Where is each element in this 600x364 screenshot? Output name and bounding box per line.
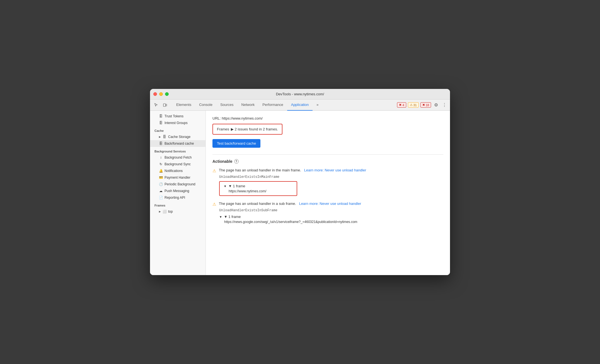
toolbar-tabs: Elements Console Sources Network Perform… (172, 100, 394, 111)
sidebar-item-label: Background Sync (164, 162, 191, 166)
error-badge[interactable]: ✖ 4 (397, 102, 406, 108)
more-icon[interactable]: ⋮ (441, 102, 448, 108)
payment-icon: 💳 (159, 176, 163, 179)
issue-row-1: ⚠ The page has an unload handler in the … (212, 168, 443, 173)
test-bfcache-button[interactable]: Test back/forward cache (212, 139, 260, 148)
issue-item-2: ⚠ The page has an unload handler in a su… (212, 202, 443, 224)
close-button[interactable] (153, 92, 157, 96)
frames-issues-box[interactable]: Frames ▶ 2 issues found in 2 frames. (212, 124, 282, 135)
sidebar-item-label: top (168, 210, 173, 213)
sidebar: 🗄 Trust Tokens 🗄 Interest Groups Cache ▶… (150, 111, 206, 275)
frame-expand-icon[interactable]: ▼ (224, 185, 227, 188)
issue-link-2[interactable]: Learn more: Never use unload handler (299, 202, 361, 206)
issue-code-2: UnloadHandlerExistsInSubFrame (219, 208, 443, 212)
issue-text-2: The page has an unload handler in a sub … (219, 202, 443, 206)
issues-count: 18 (426, 103, 429, 107)
devtools-window: DevTools - www.nytimes.com/ Elements Con… (150, 89, 450, 275)
sidebar-item-bg-fetch[interactable]: ↕ Background Fetch (150, 154, 205, 161)
traffic-lights (153, 92, 169, 96)
sidebar-item-reporting-api[interactable]: 📄 Reporting API (150, 194, 205, 201)
sidebar-item-label: Back/forward cache (164, 142, 194, 145)
frame-row-1: ▼ ▼ 1 frame (224, 184, 293, 188)
sidebar-item-label: Background Fetch (164, 156, 192, 159)
tab-more[interactable]: » (313, 100, 322, 111)
warning-badge[interactable]: ⚠ 31 (408, 102, 419, 108)
issues-badge[interactable]: ✖ 18 (420, 102, 431, 108)
sidebar-section-cache: Cache (150, 126, 205, 134)
fullscreen-button[interactable] (165, 92, 169, 96)
issue-row-2: ⚠ The page has an unload handler in a su… (212, 202, 443, 207)
cursor-icon[interactable] (152, 101, 160, 109)
push-icon: ☁ (159, 189, 163, 193)
toolbar-icons (152, 101, 169, 109)
help-icon[interactable]: ? (234, 159, 239, 164)
settings-icon[interactable]: ⚙ (433, 102, 439, 108)
periodic-icon: 🕐 (159, 182, 163, 186)
tab-elements[interactable]: Elements (172, 100, 195, 111)
minimize-button[interactable] (159, 92, 163, 96)
sidebar-item-interest-groups[interactable]: 🗄 Interest Groups (150, 120, 205, 126)
cache-storage-icon: 🗄 (163, 135, 166, 139)
tab-console[interactable]: Console (195, 100, 216, 111)
sidebar-item-label: Cache Storage (168, 135, 190, 139)
sidebar-item-periodic-bg[interactable]: 🕐 Periodic Background (150, 181, 205, 188)
frame-count-1: ▼ 1 frame (228, 184, 245, 188)
toolbar-right: ✖ 4 ⚠ 31 ✖ 18 ⚙ ⋮ (397, 102, 448, 108)
url-label: URL: (212, 116, 221, 120)
tab-application[interactable]: Application (287, 100, 313, 111)
frame-url-2: https://news.google.com/swg/_/ui/v1/serv… (224, 220, 443, 224)
sidebar-item-label: Notifications (164, 169, 183, 173)
sidebar-item-label: Push Messaging (164, 189, 189, 193)
sidebar-section-frames: Frames (150, 201, 205, 208)
sidebar-item-payment-handler[interactable]: 💳 Payment Handler (150, 174, 205, 181)
frames-issues-text: ▶ 2 issues found in 2 frames. (231, 127, 278, 131)
reporting-icon: 📄 (159, 196, 163, 200)
divider (212, 154, 443, 155)
url-row: URL: https://www.nytimes.com/ (212, 116, 443, 120)
content-area: URL: https://www.nytimes.com/ Frames ▶ 2… (206, 111, 450, 275)
frame-count-2: ▼ 1 frame (224, 215, 241, 219)
frame-expand-icon-2[interactable]: ▼ (219, 215, 222, 219)
database-icon: 🗄 (159, 121, 163, 125)
sidebar-item-bg-sync[interactable]: ↻ Background Sync (150, 161, 205, 168)
warning-circle-icon: ⚠ (212, 168, 216, 173)
actionable-header: Actionable ? (212, 159, 443, 164)
warning-circle-icon-2: ⚠ (212, 202, 216, 207)
titlebar: DevTools - www.nytimes.com/ (150, 89, 450, 100)
frames-box-label: Frames (217, 127, 229, 131)
sidebar-item-bfcache[interactable]: 🗄 Back/forward cache (150, 140, 205, 147)
sidebar-item-label: Reporting API (164, 196, 185, 200)
issue-code-1: UnloadHandlerExistsInMainFrame (219, 175, 443, 179)
bg-sync-icon: ↻ (159, 162, 163, 166)
sidebar-item-top-frame[interactable]: ▶ ⬜ top (150, 208, 205, 215)
error-icon: ✖ (399, 103, 401, 107)
window-title: DevTools - www.nytimes.com/ (276, 92, 324, 96)
sidebar-item-notifications[interactable]: 🔔 Notifications (150, 168, 205, 174)
sidebar-item-label: Trust Tokens (164, 114, 183, 118)
notifications-icon: 🔔 (159, 169, 163, 173)
device-icon[interactable] (161, 101, 169, 109)
sidebar-item-trust-tokens[interactable]: 🗄 Trust Tokens (150, 113, 205, 120)
issue-link-1[interactable]: Learn more: Never use unload handler (304, 168, 366, 172)
expand-frames-arrow-icon: ▶ (159, 210, 161, 213)
sidebar-item-push-messaging[interactable]: ☁ Push Messaging (150, 188, 205, 194)
frame-url-1: https://www.nytimes.com/ (229, 189, 293, 193)
sidebar-item-cache-storage[interactable]: ▶ 🗄 Cache Storage (150, 134, 205, 140)
bfcache-icon: 🗄 (159, 142, 163, 145)
sidebar-item-label: Periodic Background (164, 182, 195, 186)
warning-icon: ⚠ (410, 103, 413, 107)
sidebar-section-background: Background Services (150, 147, 205, 154)
frame-box-1: ▼ ▼ 1 frame https://www.nytimes.com/ (219, 181, 297, 196)
svg-rect-0 (163, 104, 166, 106)
tab-network[interactable]: Network (238, 100, 259, 111)
frame-icon: ⬜ (163, 210, 166, 213)
tab-performance[interactable]: Performance (258, 100, 287, 111)
frame-row-2: ▼ ▼ 1 frame (219, 215, 443, 219)
sidebar-item-label: Interest Groups (164, 121, 188, 125)
database-icon: 🗄 (159, 114, 163, 118)
tab-sources[interactable]: Sources (216, 100, 238, 111)
bg-fetch-icon: ↕ (159, 156, 163, 159)
issue-text-1: The page has an unload handler in the ma… (219, 168, 443, 172)
expand-arrow-icon: ▶ (159, 135, 161, 138)
issues-icon: ✖ (422, 103, 425, 107)
